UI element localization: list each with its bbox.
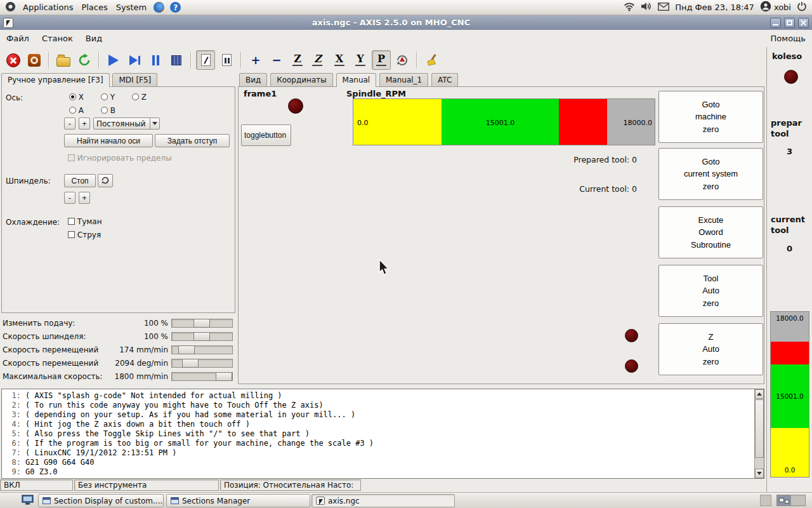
- spindle-minus-button[interactable]: -: [64, 192, 75, 204]
- radio-axis-z[interactable]: Z: [132, 93, 147, 102]
- tab-atc[interactable]: ATC: [431, 73, 458, 86]
- view-perspective-button[interactable]: P: [372, 50, 391, 70]
- taskbar-launcher-icon[interactable]: [22, 495, 34, 507]
- goto-machine-zero-button[interactable]: Goto machine zero: [658, 91, 763, 143]
- jog-plus-button[interactable]: +: [79, 117, 90, 130]
- help-icon[interactable]: ?: [170, 2, 181, 13]
- goto-current-system-zero-button[interactable]: Goto current system zero: [658, 148, 763, 200]
- koleso-gauge-over-segment: 18000.0: [771, 312, 809, 342]
- menu-applications[interactable]: Applications: [22, 3, 74, 12]
- clock[interactable]: Пнд Фев 23, 18:47: [675, 3, 754, 12]
- pause-button[interactable]: [146, 50, 165, 70]
- toolbar-separator: [240, 52, 242, 69]
- power-icon[interactable]: [797, 1, 807, 13]
- scroll-down-icon[interactable]: [755, 469, 764, 478]
- jog-mode-select[interactable]: Постоянный: [93, 117, 160, 130]
- slider-handle[interactable]: [193, 319, 210, 328]
- ignore-limits-box-icon: [68, 154, 75, 161]
- machine-power-button[interactable]: [25, 50, 44, 70]
- close-button[interactable]: [798, 18, 809, 28]
- taskbar-item-axis-ngc[interactable]: axis.ngc: [311, 494, 455, 507]
- slider-handle[interactable]: [216, 372, 232, 381]
- tab-manual-1[interactable]: Manual_1: [379, 73, 428, 86]
- radio-axis-x[interactable]: X: [69, 93, 84, 102]
- optional-pause-button[interactable]: [217, 50, 236, 70]
- spindle-stop-button[interactable]: Стоп: [64, 174, 96, 187]
- maximize-button[interactable]: [784, 18, 795, 28]
- mist-checkbox[interactable]: Туман: [68, 217, 102, 226]
- open-file-button[interactable]: [54, 50, 73, 70]
- window-icon: [171, 497, 179, 504]
- spindle-plus-button[interactable]: +: [79, 192, 90, 204]
- volume-icon[interactable]: [641, 1, 652, 13]
- menu-machine[interactable]: Станок: [42, 34, 73, 43]
- taskbar-item-sections-manager[interactable]: Sections Manager: [166, 494, 310, 507]
- reload-button[interactable]: [75, 50, 94, 70]
- scroll-up-icon[interactable]: [755, 389, 764, 399]
- run-button[interactable]: [104, 50, 123, 70]
- firefox-icon[interactable]: [154, 2, 164, 13]
- slider-handle[interactable]: [178, 345, 195, 354]
- menu-system[interactable]: System: [115, 3, 148, 12]
- user-menu[interactable]: xobi: [760, 1, 791, 14]
- home-axis-button[interactable]: Найти начало оси: [64, 134, 153, 147]
- view-rotated-top-button[interactable]: Z: [309, 50, 328, 70]
- slider-handle[interactable]: [193, 332, 210, 341]
- taskbar-item-section-display[interactable]: Section Display of custom....: [38, 494, 164, 507]
- view-front-button[interactable]: Y: [351, 50, 370, 70]
- toggle-skip-lines-button[interactable]: [196, 50, 215, 70]
- view-side-button[interactable]: X: [330, 50, 349, 70]
- view-y-icon: Y: [355, 54, 365, 66]
- flood-checkbox[interactable]: Струя: [68, 231, 101, 239]
- step-button[interactable]: [125, 50, 144, 70]
- workspace-1[interactable]: [777, 495, 791, 505]
- radio-axis-y[interactable]: Y: [101, 93, 115, 102]
- z-auto-zero-button[interactable]: Z Auto zero: [658, 323, 763, 375]
- zoom-in-button[interactable]: +: [246, 50, 265, 70]
- stop-button[interactable]: [167, 50, 186, 70]
- tab-preview[interactable]: Вид: [239, 73, 267, 86]
- tab-dro[interactable]: Координаты: [270, 73, 333, 86]
- toggle-button[interactable]: togglebutton: [241, 124, 291, 146]
- mail-icon[interactable]: [658, 3, 669, 13]
- view-top-button[interactable]: Z: [288, 50, 307, 70]
- menu-file[interactable]: Файл: [6, 34, 29, 43]
- radio-axis-a[interactable]: A: [69, 106, 84, 115]
- mouse-cursor: [378, 259, 390, 277]
- ignore-limits-checkbox[interactable]: Игнорировать пределы: [68, 154, 172, 163]
- spindle-turn-button[interactable]: [98, 174, 113, 187]
- execute-oword-subroutine-button[interactable]: Excute Oword Subroutine: [658, 206, 763, 258]
- spindle-override-slider[interactable]: [171, 332, 233, 341]
- tab-manual-control[interactable]: Ручное управление [F3]: [1, 73, 110, 87]
- menu-view[interactable]: Вид: [86, 34, 102, 43]
- slider-handle[interactable]: [182, 359, 199, 368]
- max-velocity-slider[interactable]: [171, 372, 233, 381]
- estop-button[interactable]: [4, 50, 23, 70]
- tray-icon[interactable]: [760, 495, 771, 506]
- jog-minus-button[interactable]: -: [64, 117, 75, 130]
- jog-speed-slider[interactable]: [171, 345, 233, 354]
- menu-places[interactable]: Places: [80, 3, 108, 12]
- desktop-panel: Applications Places System ? Пнд Фев 23,…: [0, 0, 812, 15]
- radio-axis-b[interactable]: B: [101, 106, 115, 115]
- scrollbar-thumb[interactable]: [755, 399, 764, 458]
- distro-logo-icon[interactable]: [5, 1, 16, 14]
- tool-auto-zero-button[interactable]: Tool Auto zero: [658, 265, 763, 317]
- menu-help[interactable]: Помощь: [771, 34, 806, 43]
- angular-jog-speed-slider[interactable]: [171, 359, 233, 368]
- feed-override-slider[interactable]: [171, 319, 233, 328]
- clear-plot-button[interactable]: [422, 50, 441, 70]
- axis-app-icon[interactable]: [3, 18, 13, 28]
- set-offset-button[interactable]: Задать отступ: [155, 134, 230, 147]
- tab-manual[interactable]: Manual: [336, 73, 377, 87]
- gcode-listing[interactable]: 1:( AXIS "splash g-code" Not intended fo…: [1, 389, 764, 479]
- wifi-icon[interactable]: [624, 1, 635, 13]
- minimize-button[interactable]: [770, 18, 781, 28]
- zoom-out-button[interactable]: −: [267, 50, 286, 70]
- spindle-override-label: Скорость шпинделя:: [3, 332, 86, 341]
- gcode-scrollbar[interactable]: [754, 389, 764, 478]
- prepared-tool-label: Prepared tool: 0: [510, 155, 637, 164]
- rotate-view-button[interactable]: [393, 50, 412, 70]
- tab-mdi[interactable]: MDI [F5]: [112, 73, 157, 86]
- workspace-2[interactable]: [791, 495, 805, 505]
